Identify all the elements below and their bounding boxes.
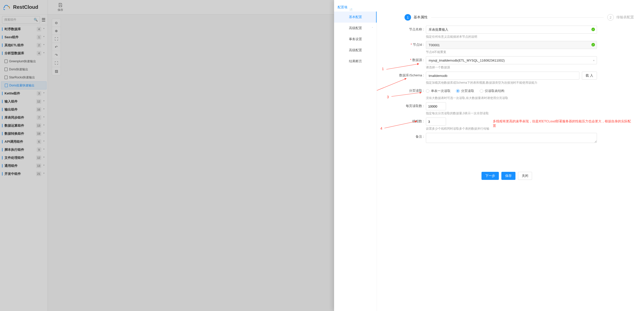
chevron-down-icon: ▾ <box>593 59 594 62</box>
row-datasource: 数据源 : ▾ 请选择一个数据源 <box>377 55 636 71</box>
row-threads: 线程数 : 设置多少个线程同时读取多个表的数据并行传输 多线程有更高的速率表现，… <box>377 117 636 132</box>
radio-icon <box>426 89 429 93</box>
step-1[interactable]: 1 基本属性 <box>405 14 428 21</box>
row-page-size: 每页读取数 : 指定每次分页读取的数据量,0表示一次全部读取 <box>377 101 636 117</box>
step-indicator: 1 基本属性 2 传输表配置 <box>377 11 644 25</box>
row-read-mode: 分页读取 : 单表一次读取分页读取仅读取表结构 没有大数据表时可选一次读取,有大… <box>377 86 636 101</box>
remark-textarea[interactable] <box>426 133 597 143</box>
config-nav-item[interactable]: 事务设置 <box>334 34 377 45</box>
check-icon: ✓ <box>591 43 595 46</box>
modal-save-button[interactable]: 保存 <box>501 172 515 180</box>
step-divider <box>431 17 604 18</box>
modal-footer: 下一步 保存 关闭 <box>377 167 636 186</box>
row-node-name: 节点名称 : ✓ 指定任何有意义且能描述本节点的说明 <box>377 25 636 40</box>
check-icon: ✓ <box>591 28 595 31</box>
config-nav-item[interactable]: 高级配置˄ <box>334 23 377 34</box>
next-step-button[interactable]: 下一步 <box>481 172 499 180</box>
thread-warning: 多线程有更高的速率表现，但是对ETCLoud部署服务器的性能压力也会更大，根据自… <box>493 119 634 128</box>
row-node-id: 节点Id : ✓ 节点id不能重复 <box>377 40 636 55</box>
pin-icon[interactable]: 📄 <box>349 8 352 11</box>
config-nav-item[interactable]: 高级配置 <box>334 45 377 56</box>
config-main: 1 基本属性 2 传输表配置 节点名称 : ✓ <box>377 11 644 311</box>
load-schema-button[interactable]: 载 入 <box>582 72 597 80</box>
radio-icon <box>456 89 460 93</box>
read-mode-radio[interactable]: 仅读取表结构 <box>480 89 504 93</box>
node-id-input[interactable] <box>426 41 597 49</box>
config-tab[interactable]: 配置项 <box>337 4 348 11</box>
chevron-up-icon: ˄ <box>372 27 373 29</box>
config-nav-item[interactable]: 基本配置 <box>334 12 377 23</box>
close-button[interactable]: 关闭 <box>518 172 532 180</box>
form-area: 节点名称 : ✓ 指定任何有意义且能描述本节点的说明 节点Id : <box>377 25 644 311</box>
schema-input[interactable] <box>426 72 579 80</box>
page-size-input[interactable] <box>426 102 446 110</box>
config-nav: 基本配置高级配置˄事务设置高级配置结果断言 <box>334 11 377 311</box>
row-schema: 数据库/Schema : 载 入 指定加载其他数据库或Schema下的表和视图,… <box>377 71 636 86</box>
thread-count-input[interactable] <box>426 118 446 126</box>
read-mode-radio[interactable]: 分页读取 <box>456 89 474 93</box>
step-2[interactable]: 2 传输表配置 <box>607 14 634 21</box>
read-mode-radio-group: 单表一次读取分页读取仅读取表结构 <box>426 87 597 95</box>
node-name-input[interactable] <box>426 26 597 34</box>
config-modal: 配置项 📄 基本配置高级配置˄事务设置高级配置结果断言 1 基本属性 2 传输表… <box>334 0 644 311</box>
modal-tab-bar: 配置项 📄 <box>334 0 644 11</box>
read-mode-radio[interactable]: 单表一次读取 <box>426 89 451 93</box>
radio-icon <box>480 89 483 93</box>
config-nav-item[interactable]: 结果断言 <box>334 56 377 67</box>
datasource-select[interactable] <box>426 56 597 64</box>
row-remark: 备注 : <box>377 132 636 145</box>
